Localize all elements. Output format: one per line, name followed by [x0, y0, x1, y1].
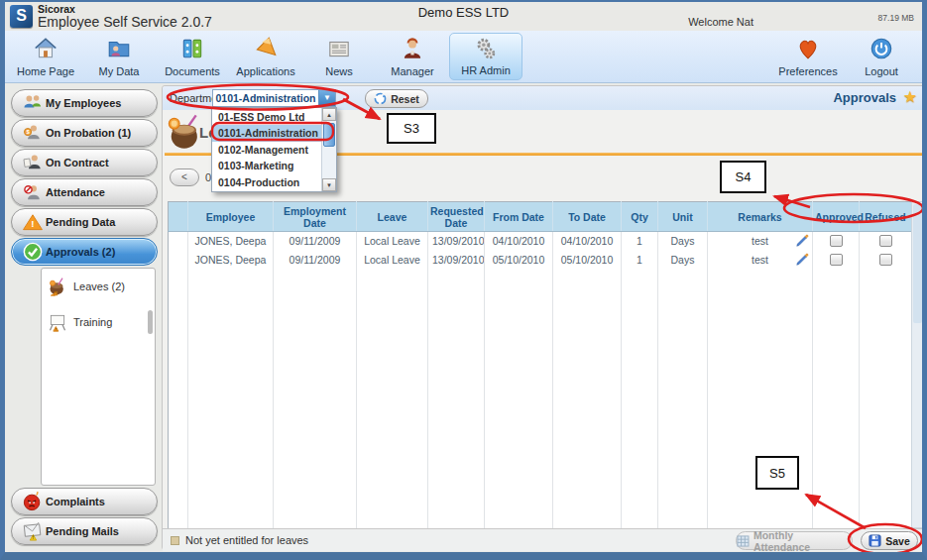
edit-pencil-icon[interactable] — [795, 253, 809, 267]
table-row[interactable]: JONES, Deepa 09/11/2009 Local Leave 13/0… — [169, 232, 912, 251]
favorite-star-icon[interactable]: ★ — [903, 87, 917, 106]
table-scrollbar-thumb[interactable] — [913, 204, 922, 323]
sidebar-item-label: On Probation (1) — [46, 127, 131, 139]
dropdown-option-selected[interactable]: 0101-Administration — [212, 125, 321, 141]
col-leave[interactable]: Leave — [357, 202, 428, 232]
sidebar-item-attendance[interactable]: Attendance — [11, 178, 158, 206]
person-no-entry-icon — [20, 183, 46, 201]
power-icon — [866, 34, 897, 63]
department-combobox[interactable]: 0101-Administration ▼ — [212, 89, 336, 107]
cell-employee: JONES, Deepa — [188, 232, 274, 251]
table-row[interactable]: JONES, Deepa 09/11/2009 Local Leave 13/0… — [169, 251, 912, 270]
subitem-leaves[interactable]: ! Leaves (2) — [48, 275, 125, 298]
reset-label: Reset — [391, 93, 419, 105]
sidebar-item-pending-mails[interactable]: ! Pending Mails — [11, 517, 158, 545]
sidebar-item-approvals[interactable]: Approvals (2) — [11, 238, 158, 266]
cell-to-date: 04/10/2010 — [553, 232, 622, 251]
scroll-up-icon[interactable]: ▲ — [322, 108, 336, 121]
combobox-arrow-icon[interactable]: ▼ — [318, 90, 335, 106]
sidebar-item-on-contract[interactable]: On Contract — [11, 149, 158, 176]
attendance-grid-icon — [737, 535, 750, 547]
warning-triangle-icon: ! — [20, 213, 46, 231]
svg-text:!: ! — [56, 327, 57, 332]
nav-label: Logout — [865, 65, 898, 77]
row-selector-cell — [169, 251, 188, 270]
nav-hr-admin[interactable]: HR Admin — [449, 33, 522, 80]
sidebar-item-complaints[interactable]: Complaints — [11, 488, 158, 515]
dropdown-scrollbar[interactable]: ▲ ▼ — [321, 108, 336, 191]
col-employment-date[interactable]: Employment Date — [274, 202, 357, 232]
approved-checkbox[interactable] — [830, 254, 843, 266]
dropdown-option[interactable]: 01-ESS Demo Ltd — [212, 109, 321, 125]
dropdown-option[interactable]: 0102-Management — [212, 142, 321, 158]
nav-documents[interactable]: Documents — [156, 33, 229, 80]
cell-qty: 1 — [622, 251, 658, 270]
nav-manager[interactable]: Manager — [376, 33, 449, 80]
subitem-training[interactable]: ! Training — [48, 310, 112, 334]
dropdown-option[interactable]: 0104-Production — [212, 174, 321, 190]
subpanel-scrollbar-thumb[interactable] — [148, 310, 153, 334]
previous-period-button[interactable]: < — [170, 168, 199, 186]
sidebar-item-label: Pending Mails — [46, 525, 119, 537]
cell-employment-date: 09/11/2009 — [274, 251, 357, 270]
sidebar: My Employees $ On Probation (1) On Contr… — [11, 87, 159, 540]
leaves-coconut-icon — [168, 113, 203, 155]
edit-pencil-icon[interactable] — [795, 234, 809, 248]
cell-refused — [860, 232, 912, 251]
col-approved[interactable]: Approved — [813, 202, 860, 232]
table-scrollbar[interactable] — [911, 201, 924, 528]
legend-text: Not yet entitled for leaves — [185, 534, 308, 546]
sidebar-item-label: On Contract — [46, 157, 109, 168]
reset-button[interactable]: Reset — [365, 89, 428, 108]
sidebar-item-label: Approvals (2) — [46, 246, 115, 258]
cell-refused — [860, 251, 912, 270]
subitem-label: Training — [73, 316, 112, 328]
save-button[interactable]: Save — [861, 531, 918, 550]
nav-logout[interactable]: Logout — [845, 33, 918, 80]
sidebar-item-pending-data[interactable]: ! Pending Data — [11, 208, 158, 236]
col-employee[interactable]: Employee — [188, 202, 274, 232]
nav-applications[interactable]: Applications — [229, 33, 302, 80]
col-to-date[interactable]: To Date — [553, 202, 622, 232]
check-circle-icon — [20, 242, 46, 262]
monthly-attendance-button[interactable]: Monthly Attendance — [736, 531, 853, 550]
cell-leave: Local Leave — [357, 232, 428, 251]
cell-qty: 1 — [622, 232, 658, 251]
col-requested-date[interactable]: Requested Date — [428, 202, 485, 232]
home-icon — [30, 34, 61, 63]
nav-my-data[interactable]: My Data — [82, 33, 156, 80]
nav-news[interactable]: News — [302, 33, 376, 80]
nav-label: News — [325, 65, 353, 77]
main-toolbar: Home Page My Data Documents Applications… — [5, 31, 922, 83]
col-refused[interactable]: Refused — [860, 202, 912, 232]
welcome-text: Welcome Nat — [688, 16, 753, 28]
cell-leave: Local Leave — [357, 251, 428, 270]
annotation-s3: S3 — [387, 113, 436, 144]
sidebar-item-my-employees[interactable]: My Employees — [11, 89, 158, 117]
sidebar-item-on-probation[interactable]: $ On Probation (1) — [11, 119, 158, 147]
scroll-down-icon[interactable]: ▼ — [322, 178, 336, 191]
refused-checkbox[interactable] — [879, 254, 892, 266]
nav-home-page[interactable]: Home Page — [9, 33, 82, 80]
col-qty[interactable]: Qty — [622, 202, 658, 232]
col-selector — [169, 202, 188, 232]
binders-icon — [176, 34, 208, 63]
remarks-text: test — [752, 254, 768, 266]
refused-checkbox[interactable] — [879, 235, 892, 247]
monthly-attendance-label: Monthly Attendance — [753, 529, 852, 553]
col-remarks[interactable]: Remarks — [708, 202, 813, 232]
col-from-date[interactable]: From Date — [485, 202, 553, 232]
heart-icon — [792, 34, 824, 63]
dropdown-scrollbar-thumb[interactable] — [323, 123, 335, 147]
nav-preferences[interactable]: Preferences — [771, 33, 845, 80]
col-unit[interactable]: Unit — [658, 202, 708, 232]
cell-employee: JONES, Deepa — [188, 251, 274, 270]
legend-color-swatch — [171, 536, 179, 545]
dropdown-option[interactable]: 0103-Marketing — [212, 158, 321, 173]
table-filler-row — [169, 270, 912, 529]
gears-icon — [470, 34, 502, 62]
approved-checkbox[interactable] — [830, 235, 843, 247]
training-board-icon: ! — [48, 312, 67, 332]
row-selector-cell — [169, 232, 188, 251]
save-label: Save — [885, 535, 910, 547]
